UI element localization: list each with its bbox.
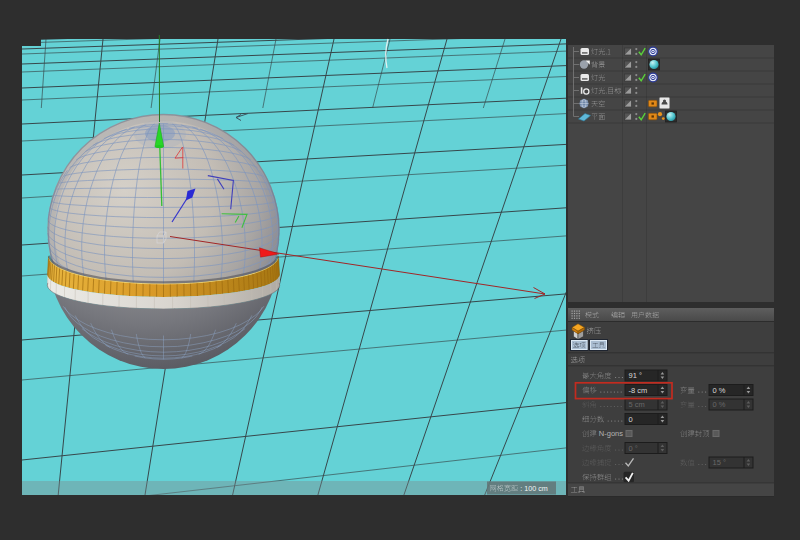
- svg-text:: 100 cm: : 100 cm: [520, 484, 548, 493]
- svg-text:15 °: 15 °: [713, 458, 726, 467]
- svg-text:5 cm: 5 cm: [629, 400, 645, 409]
- svg-text:0 %: 0 %: [713, 386, 726, 395]
- svg-text:N-gons: N-gons: [599, 429, 623, 438]
- svg-text:91 °: 91 °: [629, 371, 642, 380]
- svg-text:0: 0: [629, 415, 633, 424]
- svg-text:-8 cm: -8 cm: [629, 386, 648, 395]
- svg-text:0 °: 0 °: [629, 444, 638, 453]
- svg-text:0 %: 0 %: [713, 400, 726, 409]
